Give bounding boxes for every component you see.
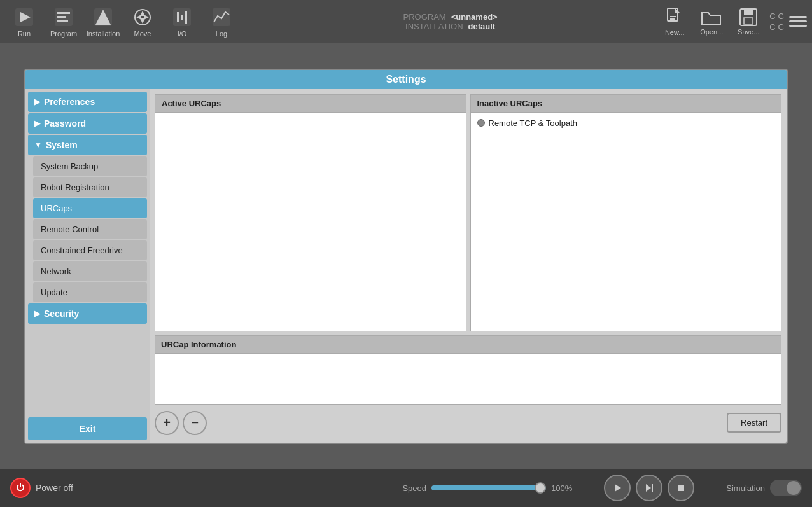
svg-rect-17 <box>213 8 230 26</box>
exit-button[interactable]: Exit <box>28 417 147 440</box>
svg-marker-25 <box>615 484 621 492</box>
top-toolbar: Run Program Installation Move I/O Log <box>0 0 812 43</box>
remove-urcap-button[interactable]: − <box>183 411 207 435</box>
svg-marker-12 <box>144 15 149 20</box>
play-button[interactable] <box>604 475 631 501</box>
simulation-section: Simulation <box>726 480 802 496</box>
svg-rect-24 <box>744 18 753 24</box>
settings-dialog: Settings ▶ Preferences ▶ Password ▼ Syst… <box>24 69 788 444</box>
content-area: Active URCaps Inactive URCaps Remote TCP… <box>150 89 787 443</box>
program-info: PROGRAM <unnamed> INSTALLATION default <box>242 12 659 31</box>
svg-rect-15 <box>181 15 183 20</box>
new-button[interactable]: New... <box>659 7 690 36</box>
file-actions: New... Open... Save... <box>659 7 764 36</box>
step-button[interactable] <box>636 475 662 501</box>
stop-button[interactable] <box>668 475 694 501</box>
preferences-arrow-icon: ▶ <box>34 97 40 106</box>
urcap-info-header: URCap Information <box>155 335 781 354</box>
settings-title: Settings <box>25 70 787 89</box>
svg-marker-26 <box>646 484 651 492</box>
sidebar-item-security[interactable]: ▶ Security <box>28 303 147 324</box>
simulation-toggle[interactable] <box>770 480 802 496</box>
speed-fill <box>431 485 546 490</box>
svg-rect-14 <box>177 12 179 22</box>
sidebar-item-constrained-freedrive[interactable]: Constrained Freedrive <box>33 240 147 260</box>
speed-section: Speed 100% <box>402 483 572 493</box>
installation-button[interactable]: Installation <box>84 3 122 41</box>
sidebar-item-preferences[interactable]: ▶ Preferences <box>28 92 147 112</box>
log-button[interactable]: Log <box>202 3 241 41</box>
run-button[interactable]: Run <box>5 3 43 41</box>
security-arrow-icon: ▶ <box>34 309 40 318</box>
svg-rect-21 <box>670 18 675 20</box>
sidebar-item-update[interactable]: Update <box>33 282 147 302</box>
urcaps-panels: Active URCaps Inactive URCaps Remote TCP… <box>155 94 781 331</box>
sidebar: ▶ Preferences ▶ Password ▼ System System… <box>25 89 150 443</box>
menu-button[interactable] <box>789 16 807 27</box>
move-button[interactable]: Move <box>123 3 162 41</box>
toggle-circle <box>787 481 801 495</box>
svg-rect-5 <box>57 20 68 22</box>
open-button[interactable]: Open... <box>696 8 727 36</box>
svg-marker-11 <box>136 15 141 20</box>
add-urcap-button[interactable]: + <box>155 411 179 435</box>
item-status-icon <box>477 119 485 127</box>
svg-rect-20 <box>670 16 676 17</box>
playback-controls <box>604 475 694 501</box>
inactive-urcaps-body: Remote TCP & Toolpath <box>471 113 781 331</box>
sidebar-item-system[interactable]: ▼ System <box>28 135 147 155</box>
svg-rect-27 <box>652 484 653 492</box>
speed-thumb <box>535 482 546 494</box>
sidebar-item-urcaps[interactable]: URCaps <box>33 198 147 218</box>
svg-rect-23 <box>744 9 753 15</box>
power-off-button[interactable]: Power off <box>10 478 73 498</box>
active-urcaps-header: Active URCaps <box>155 95 466 113</box>
password-arrow-icon: ▶ <box>34 119 40 128</box>
urcap-info-body <box>155 354 781 405</box>
inactive-urcaps-panel: Inactive URCaps Remote TCP & Toolpath <box>470 94 782 331</box>
speed-slider[interactable] <box>431 485 546 490</box>
inactive-urcaps-header: Inactive URCaps <box>471 95 781 113</box>
power-icon <box>10 478 31 498</box>
svg-rect-4 <box>57 16 66 18</box>
bottom-bar: Power off Speed 100% Simulation <box>0 469 812 507</box>
sidebar-item-password[interactable]: ▶ Password <box>28 113 147 134</box>
urcap-bottom-toolbar: + − Restart <box>155 408 781 438</box>
sidebar-item-system-backup[interactable]: System Backup <box>33 156 147 176</box>
sidebar-item-network[interactable]: Network <box>33 261 147 281</box>
settings-body: ▶ Preferences ▶ Password ▼ System System… <box>25 89 787 443</box>
urcap-info-panel: URCap Information <box>155 335 781 405</box>
main-content: Settings ▶ Preferences ▶ Password ▼ Syst… <box>0 43 812 469</box>
svg-rect-16 <box>185 11 187 24</box>
list-item[interactable]: Remote TCP & Toolpath <box>475 116 778 130</box>
status-icons: C C C C <box>769 11 784 32</box>
active-urcaps-body <box>155 113 466 331</box>
restart-button[interactable]: Restart <box>727 413 781 433</box>
sidebar-item-remote-control[interactable]: Remote Control <box>33 219 147 239</box>
svg-rect-28 <box>678 485 684 491</box>
system-arrow-icon: ▼ <box>34 141 42 149</box>
io-button[interactable]: I/O <box>163 3 201 41</box>
svg-rect-3 <box>57 12 70 14</box>
sidebar-item-robot-registration[interactable]: Robot Registration <box>33 177 147 197</box>
active-urcaps-panel: Active URCaps <box>155 94 466 331</box>
save-button[interactable]: Save... <box>732 8 764 36</box>
program-button[interactable]: Program <box>45 3 83 41</box>
